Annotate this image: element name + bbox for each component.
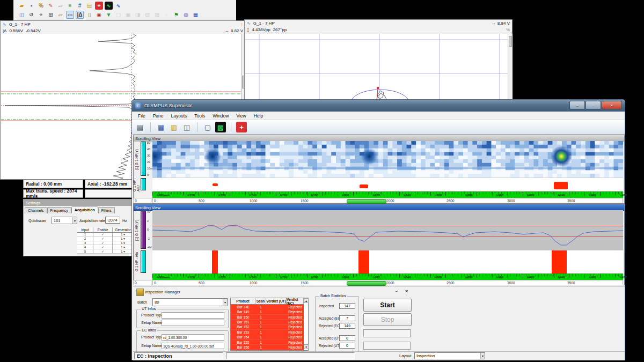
tab-channels[interactable]: Channels	[25, 207, 47, 213]
oscilloscope-icon[interactable]: ▩	[215, 122, 226, 132]
bar-chart-icon[interactable]: ≡	[66, 2, 74, 10]
ec-setup-name-field[interactable]: 1QS 4Group_rd_1.00-300.00.set	[162, 343, 224, 349]
table-scroll-up[interactable]: ▲	[304, 298, 309, 303]
menu-layouts[interactable]: Layouts	[167, 112, 191, 120]
ec-product-type-field[interactable]: rd_1.00-300.00	[162, 334, 224, 341]
alarm-strip-1[interactable]	[152, 178, 623, 192]
menu-pane[interactable]: Pane	[149, 112, 167, 120]
scope-monitor-icon[interactable]: ∿	[105, 2, 113, 10]
impedance-readout-2: 267°pp	[273, 27, 287, 32]
machine-setup-icon[interactable]: ▥	[169, 122, 179, 132]
first-aid-icon[interactable]: +	[236, 122, 247, 132]
cursor-rotate-icon[interactable]: ↺	[27, 11, 35, 19]
verdict-table-header[interactable]: Verdict (UT)	[266, 298, 287, 305]
stop-button[interactable]: Stop	[363, 313, 412, 326]
counter-zero-1: 0	[133, 198, 151, 203]
layout-f-icon[interactable]: ▫	[163, 11, 171, 19]
first-aid-icon[interactable]: +	[95, 2, 103, 10]
instrument-panel-icon[interactable]: ▢	[202, 122, 213, 132]
counter-label: 3500	[567, 281, 575, 285]
settings-title: Settings	[24, 200, 134, 206]
tile-windows-icon[interactable]: ◫	[18, 11, 26, 19]
quickscan-dropdown[interactable]: 101	[52, 217, 77, 224]
menu-file[interactable]: File	[134, 112, 149, 120]
pin-icon[interactable]: -▫	[396, 289, 398, 293]
menu-tools[interactable]: Tools	[191, 112, 209, 120]
acquisition-rate-value[interactable]: 2074	[105, 217, 120, 224]
menu-view[interactable]: View	[232, 112, 250, 120]
inspection-manager-icon	[136, 289, 144, 296]
layout-b-icon[interactable]: ▣	[124, 11, 132, 19]
calibration-icon[interactable]: %	[37, 2, 45, 10]
minimize-button[interactable]: –	[569, 101, 585, 109]
tab-filters[interactable]: Filters	[98, 207, 115, 213]
enable-checkbox[interactable]: ✓	[93, 245, 113, 249]
menu-window[interactable]: Window	[209, 112, 232, 120]
gantt-chart-icon[interactable]: #	[76, 2, 84, 10]
enable-checkbox[interactable]: ✓	[93, 233, 113, 237]
close-panel-icon[interactable]: ×	[405, 289, 408, 294]
view2-channel-colorbar[interactable]	[141, 211, 146, 249]
grid-cell[interactable]: 1 ▾	[113, 245, 134, 249]
alarm-strip-2[interactable]	[152, 250, 623, 274]
tab-frequency[interactable]: Frequency	[47, 207, 71, 213]
verdict-table-header[interactable]: Scan	[255, 298, 266, 305]
grid-cell[interactable]: 1 ▾	[113, 249, 134, 254]
disc-icon[interactable]: ◍	[182, 11, 190, 19]
export-down-icon[interactable]: ▼	[105, 11, 113, 19]
save-icon[interactable]: ▪	[27, 2, 35, 10]
grid-cell[interactable]: 1 ▾	[113, 233, 134, 237]
report-table-icon[interactable]: ▦	[156, 122, 166, 132]
impedance-scrollbar-thumb[interactable]	[509, 36, 512, 47]
ruler-label: h860	[435, 194, 442, 197]
counter-strip-2: 0500100015002000250030003500	[152, 280, 623, 285]
verdict-table-header[interactable]: Verdict (EC)	[287, 298, 304, 305]
eraser-icon[interactable]: ▱	[56, 2, 64, 10]
cabinet-icon[interactable]: ▤	[85, 2, 93, 10]
open-file-icon[interactable]: ▰	[18, 2, 26, 10]
enable-checkbox[interactable]: ✓	[93, 237, 113, 241]
batch-dropdown[interactable]: 80	[152, 298, 228, 306]
ut-product-type-field[interactable]	[162, 312, 224, 319]
enable-checkbox[interactable]: ✓	[93, 249, 113, 254]
ruler-label: h800	[342, 194, 349, 197]
layout-e-icon[interactable]: ⊞	[153, 11, 161, 19]
clipboard-icon[interactable]: ▯	[85, 11, 93, 19]
flag-icon[interactable]: ⚑	[172, 11, 180, 19]
print-icon[interactable]: ▤	[135, 122, 145, 132]
layout-a-icon[interactable]: ▢	[114, 11, 122, 19]
layout-c-icon[interactable]: ◨	[134, 11, 142, 19]
grid-cell[interactable]: 1 ▾	[113, 241, 134, 246]
ruler-label: h940	[558, 194, 566, 197]
measure-box-icon[interactable]: ▭	[66, 11, 74, 19]
view2-alarm-colorbar[interactable]	[141, 250, 146, 273]
inspection-manager-title: Inspection Manager	[145, 290, 180, 294]
strip-chart[interactable]	[152, 210, 623, 250]
layout-d-icon[interactable]: ⊟	[143, 11, 151, 19]
erase-marks-icon[interactable]: ▱	[56, 11, 64, 19]
verdict-table-header[interactable]: Product	[231, 298, 255, 305]
pan-view-icon[interactable]: +	[37, 11, 45, 19]
zoom-cursor-icon[interactable]: ⊞	[47, 11, 55, 19]
probe-pen-icon[interactable]: ✎	[47, 2, 55, 10]
tab-acquisition[interactable]: Acquisition	[71, 206, 98, 213]
blocks-icon[interactable]: ▦	[192, 11, 200, 19]
view1-alarm-colorbar[interactable]	[141, 178, 146, 190]
view1-channel-colorbar[interactable]	[141, 142, 146, 176]
start-button[interactable]: Start	[363, 299, 412, 312]
supervisor-titlebar[interactable]: C OLYMPUS Supervisor – ▫ ×	[132, 100, 625, 112]
grid-cell[interactable]: 1 ▾	[113, 237, 134, 241]
close-button[interactable]: ×	[602, 101, 622, 109]
menu-help[interactable]: Help	[250, 112, 267, 120]
arrow-up-icon[interactable]: ↑	[240, 21, 243, 27]
signal-settings-icon[interactable]: ∿	[114, 2, 122, 10]
binoculars-icon[interactable]: ◉	[95, 11, 103, 19]
maximize-button[interactable]: ▫	[586, 101, 601, 109]
layout-dropdown[interactable]: Inspection	[414, 352, 485, 359]
copy-layout-icon[interactable]: ◫	[181, 122, 192, 132]
enable-checkbox[interactable]: ✓	[93, 241, 113, 246]
ut-setup-name-field[interactable]	[162, 320, 224, 326]
cscan-heatmap[interactable]	[152, 141, 623, 178]
delta-gauge-icon[interactable]: |Δ	[76, 11, 84, 19]
table-scroll-down[interactable]: ▼	[304, 344, 309, 349]
